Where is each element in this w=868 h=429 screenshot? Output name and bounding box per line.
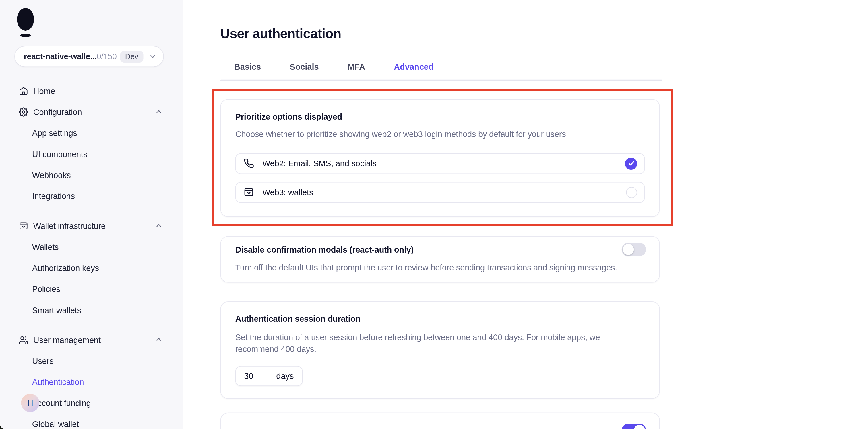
tab-bar: Basics Socials MFA Advanced [220,61,681,72]
unselected-radio[interactable] [626,187,637,198]
main-panel: User authentication Basics Socials MFA A… [183,0,868,429]
users-icon [19,335,29,345]
tab-advanced[interactable]: Advanced [394,61,433,72]
sidebar-item-home[interactable]: Home [0,80,183,101]
option-label: Web2: Email, SMS, and socials [262,159,376,168]
duration-input[interactable] [244,371,270,381]
env-badge: Dev [120,51,143,62]
project-usage: 0/150 [97,52,117,61]
chevron-up-icon [155,108,163,116]
tab-basics[interactable]: Basics [234,61,261,72]
card-title: Test accounts [236,427,646,429]
wallet-icon [244,187,254,198]
sidebar-item-webhooks[interactable]: Webhooks [0,164,183,185]
test-accounts-toggle[interactable] [622,423,646,429]
tabs-divider [220,80,662,80]
card-title: Prioritize options displayed [236,111,645,122]
card-description: Set the duration of a user session befor… [236,331,617,354]
option-web2[interactable]: Web2: Email, SMS, and socials [236,153,645,174]
chevron-up-icon [155,336,163,343]
project-name: react-native-walle... [24,52,97,61]
red-highlight-box: Prioritize options displayed Choose whet… [212,89,673,226]
card-title: Disable confirmation modals (react-auth … [236,244,646,255]
duration-unit: days [276,371,293,381]
wallet-icon [19,221,29,231]
sidebar-item-user-management[interactable]: User management [0,329,183,350]
selected-check-icon[interactable] [625,158,637,169]
phone-icon [244,158,254,169]
prioritize-options-card: Prioritize options displayed Choose whet… [220,99,660,217]
sidebar-item-integrations[interactable]: Integrations [0,185,183,206]
sidebar-item-configuration[interactable]: Configuration [0,101,183,122]
app-window: react-native-walle... 0/150 Dev Home Con… [0,0,868,429]
sidebar-item-label: Configuration [33,107,82,117]
chevron-up-icon [155,222,163,229]
gear-icon [19,107,29,117]
sidebar-item-label: Home [33,86,55,96]
sidebar-item-wallet-infrastructure[interactable]: Wallet infrastructure [0,215,183,236]
card-description: Turn off the default UIs that prompt the… [236,261,646,273]
sidebar-nav: Home Configuration App settings UI compo… [0,80,183,429]
sidebar: react-native-walle... 0/150 Dev Home Con… [0,0,183,429]
sidebar-item-global-wallet[interactable]: Global wallet [0,413,183,429]
card-description: Choose whether to prioritize showing web… [236,128,645,139]
toggle-knob [634,424,645,429]
duration-input-group: days [236,366,303,386]
disable-modals-toggle[interactable] [622,242,646,256]
sidebar-item-app-settings[interactable]: App settings [0,122,183,143]
sidebar-item-policies[interactable]: Policies [0,278,183,299]
home-icon [19,86,29,96]
sidebar-item-label: Wallet infrastructure [33,221,105,230]
toggle-knob [623,244,634,255]
session-duration-card: Authentication session duration Set the … [220,301,660,398]
sidebar-item-authentication[interactable]: Authentication [0,371,183,392]
sidebar-item-ui-components[interactable]: UI components [0,143,183,164]
privy-logo-icon [17,8,34,40]
page-title: User authentication [220,26,681,42]
sidebar-item-smart-wallets[interactable]: Smart wallets [0,299,183,320]
tab-mfa[interactable]: MFA [348,61,365,72]
option-label: Web3: wallets [262,188,313,197]
sidebar-item-wallets[interactable]: Wallets [0,236,183,257]
chevron-down-icon [149,53,157,60]
project-switcher[interactable]: react-native-walle... 0/150 Dev [14,46,164,67]
sidebar-item-authorization-keys[interactable]: Authorization keys [0,257,183,278]
tab-socials[interactable]: Socials [290,61,319,72]
card-title: Authentication session duration [236,314,645,324]
option-web3[interactable]: Web3: wallets [236,182,645,203]
avatar[interactable]: H [21,394,39,412]
disable-modals-card: Disable confirmation modals (react-auth … [220,236,660,283]
test-accounts-card: Test accounts [220,412,660,429]
sidebar-item-users[interactable]: Users [0,350,183,371]
sidebar-item-label: User management [33,335,101,344]
